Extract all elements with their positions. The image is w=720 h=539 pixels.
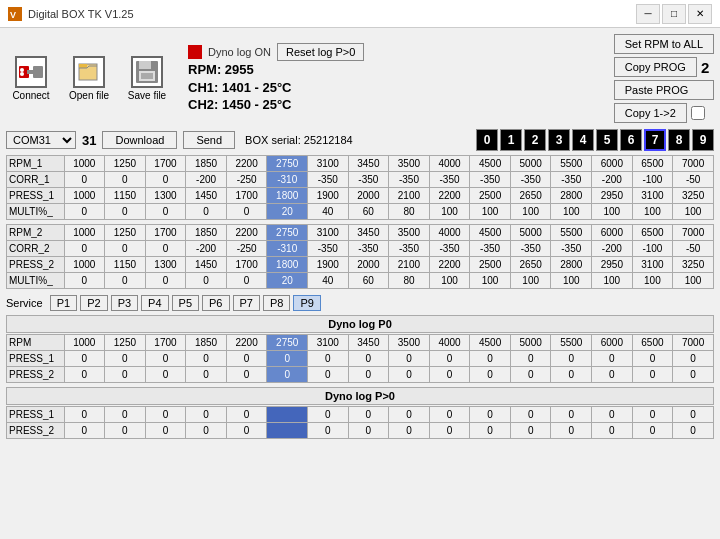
row-label: MULTI%_ — [7, 273, 65, 289]
table-cell: 0 — [145, 204, 186, 220]
table-cell: 0 — [105, 367, 146, 383]
table-row: PRESS_20000000000000000 — [7, 367, 714, 383]
table-cell: 0 — [632, 407, 673, 423]
table-cell: 1700 — [145, 156, 186, 172]
close-button[interactable]: ✕ — [688, 4, 712, 24]
table-cell: 0 — [64, 351, 105, 367]
service-tab-p8[interactable]: P8 — [263, 295, 290, 311]
service-tab-p1[interactable]: P1 — [50, 295, 77, 311]
copy-prog-button[interactable]: Copy PROG — [614, 57, 697, 77]
com-port-select[interactable]: COM31 — [6, 131, 76, 149]
service-tab-p3[interactable]: P3 — [111, 295, 138, 311]
table-cell: 20 — [267, 273, 308, 289]
table-cell: 0 — [64, 172, 105, 188]
send-button[interactable]: Send — [183, 131, 235, 149]
connect-button[interactable]: Connect — [6, 54, 56, 103]
app-icon: V — [8, 7, 22, 21]
digit-6[interactable]: 6 — [620, 129, 642, 151]
table-cell: 0 — [389, 351, 430, 367]
service-label: Service — [6, 297, 43, 309]
table-cell: -250 — [226, 172, 267, 188]
table-cell: -250 — [226, 241, 267, 257]
table-cell: 0 — [348, 407, 389, 423]
table-cell: 1450 — [186, 257, 227, 273]
table-cell: 6500 — [632, 335, 673, 351]
digit-7[interactable]: 7 — [644, 129, 666, 151]
copy-1-2-checkbox[interactable] — [691, 106, 705, 120]
open-file-button[interactable]: Open file — [64, 54, 114, 103]
table-cell: 2500 — [470, 188, 511, 204]
table-cell: 2200 — [226, 225, 267, 241]
service-tab-p2[interactable]: P2 — [80, 295, 107, 311]
table-cell: 3100 — [632, 188, 673, 204]
table-cell — [267, 407, 308, 423]
table-cell: 0 — [429, 351, 470, 367]
table-cell: 0 — [551, 351, 592, 367]
table-cell: 1450 — [186, 188, 227, 204]
table-cell: 0 — [510, 367, 551, 383]
table-cell: 0 — [592, 407, 633, 423]
ch2-display: CH2: 1450 - 25°C — [188, 97, 364, 114]
table-cell: 20 — [267, 204, 308, 220]
table-cell: 0 — [64, 423, 105, 439]
svg-point-6 — [20, 72, 24, 76]
table-cell: 0 — [145, 407, 186, 423]
set-rpm-to-all-button[interactable]: Set RPM to ALL — [614, 34, 714, 54]
table-cell: 0 — [510, 423, 551, 439]
table-row: PRESS_1000000000000000 — [7, 407, 714, 423]
table-cell: 0 — [105, 172, 146, 188]
table-cell: 0 — [673, 367, 714, 383]
table-cell: 0 — [64, 273, 105, 289]
table-cell: 3250 — [673, 257, 714, 273]
table-cell: 2650 — [510, 188, 551, 204]
save-file-button[interactable]: Save file — [122, 54, 172, 103]
table-cell: 1300 — [145, 257, 186, 273]
paste-prog-button[interactable]: Paste PROG — [614, 80, 714, 100]
copy-1-2-button[interactable]: Copy 1->2 — [614, 103, 687, 123]
table-cell: 2200 — [429, 188, 470, 204]
table-cell: 5000 — [510, 225, 551, 241]
row-label: MULTI%_ — [7, 204, 65, 220]
service-tab-p9[interactable]: P9 — [293, 295, 320, 311]
table-cell: 4500 — [470, 225, 511, 241]
service-tab-p5[interactable]: P5 — [172, 295, 199, 311]
digit-2[interactable]: 2 — [524, 129, 546, 151]
table-cell: -310 — [267, 241, 308, 257]
download-button[interactable]: Download — [102, 131, 177, 149]
table-cell: 0 — [226, 423, 267, 439]
dynolog-p0-table: RPM1000125017001850220027503100345035004… — [6, 334, 714, 383]
digit-1[interactable]: 1 — [500, 129, 522, 151]
minimize-button[interactable]: ─ — [636, 4, 660, 24]
service-tab-p4[interactable]: P4 — [141, 295, 168, 311]
table-cell: 2000 — [348, 257, 389, 273]
table-cell: 100 — [510, 204, 551, 220]
table-cell: 0 — [632, 423, 673, 439]
table-cell: 3450 — [348, 225, 389, 241]
table-cell: 0 — [64, 204, 105, 220]
digit-8[interactable]: 8 — [668, 129, 690, 151]
table-cell: 1850 — [186, 156, 227, 172]
digit-4[interactable]: 4 — [572, 129, 594, 151]
digit-9[interactable]: 9 — [692, 129, 714, 151]
digit-3[interactable]: 3 — [548, 129, 570, 151]
maximize-button[interactable]: □ — [662, 4, 686, 24]
service-tab-p6[interactable]: P6 — [202, 295, 229, 311]
table-cell: 0 — [348, 351, 389, 367]
service-tab-p7[interactable]: P7 — [233, 295, 260, 311]
row-label: PRESS_2 — [7, 367, 65, 383]
table-cell: 3450 — [348, 335, 389, 351]
reset-log-button[interactable]: Reset log P>0 — [277, 43, 364, 61]
table-row: RPM1000125017001850220027503100345035004… — [7, 335, 714, 351]
table-cell: 0 — [592, 351, 633, 367]
table-cell: -350 — [389, 241, 430, 257]
table-cell: 0 — [186, 204, 227, 220]
table-cell: -200 — [592, 241, 633, 257]
table-cell: 1850 — [186, 225, 227, 241]
table-cell: 2000 — [348, 188, 389, 204]
digit-5[interactable]: 5 — [596, 129, 618, 151]
table-cell: 0 — [186, 423, 227, 439]
table-cell: 100 — [673, 204, 714, 220]
digit-0[interactable]: 0 — [476, 129, 498, 151]
table-cell: 60 — [348, 273, 389, 289]
svg-point-5 — [20, 68, 24, 72]
